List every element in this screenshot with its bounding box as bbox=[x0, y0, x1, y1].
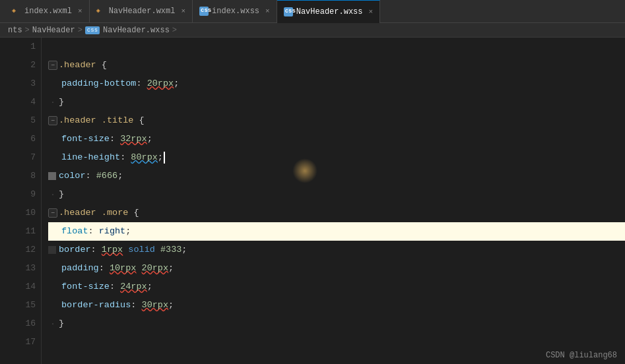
tab-close-btn[interactable]: × bbox=[78, 7, 82, 15]
breadcrumb-css: css bbox=[85, 26, 100, 34]
breadcrumb: nts > NavHeader > css NavHeader.wxss > bbox=[0, 23, 625, 38]
tab-index-wxss[interactable]: css index.wxss × bbox=[193, 0, 277, 23]
val-padding-v: 10rpx bbox=[110, 259, 137, 278]
selector-header-title: .header bbox=[59, 111, 96, 130]
arrow-cell bbox=[0, 38, 12, 56]
arrow-cell bbox=[0, 130, 12, 148]
val-font-size-2: 24rpx bbox=[120, 278, 147, 296]
val-border-width: 1rpx bbox=[102, 241, 123, 259]
line-num-6: 6 bbox=[30, 130, 36, 148]
code-line-6: font-size: 32rpx; bbox=[48, 130, 625, 148]
prop-padding-bottom: padding-bottom bbox=[61, 75, 136, 93]
arrow-cell bbox=[0, 222, 12, 241]
fold-btn-4[interactable]: · bbox=[48, 98, 57, 107]
tab-label: index.wxss bbox=[212, 7, 259, 16]
fold-btn-10[interactable]: − bbox=[48, 208, 57, 218]
breadcrumb-filename: NavHeader.wxss bbox=[103, 26, 170, 35]
code-line-7: line-height: 80rpx; bbox=[48, 148, 625, 167]
tab-label: NavHeader.wxml bbox=[109, 7, 176, 16]
wxss-icon: css bbox=[284, 7, 293, 16]
line-num-1: 1 bbox=[30, 38, 36, 56]
tab-index-wxml[interactable]: ◈ index.wxml × bbox=[5, 0, 90, 23]
code-line-1 bbox=[48, 38, 625, 56]
arrow-cell bbox=[0, 111, 12, 130]
arrow-cell bbox=[0, 241, 12, 259]
selector-header-more: .header bbox=[59, 204, 96, 222]
fold-btn-16[interactable]: · bbox=[48, 319, 57, 328]
arrow-cell bbox=[0, 315, 12, 333]
tab-label: NavHeader.wxss bbox=[296, 7, 363, 16]
line-num-7: 7 bbox=[30, 148, 36, 167]
code-line-16: ·} bbox=[48, 315, 625, 333]
wxml-icon: ◈ bbox=[12, 7, 21, 16]
line-num-3: 3 bbox=[30, 75, 36, 93]
arrow-cell bbox=[0, 185, 12, 204]
val-border-color: #333 bbox=[160, 241, 181, 259]
code-line-11: float: right; bbox=[48, 222, 625, 241]
line-num-2: 2 bbox=[30, 56, 36, 75]
val-border-style: solid bbox=[128, 241, 155, 259]
code-line-8: color: #666; bbox=[48, 167, 625, 185]
code-line-14: font-size: 24rpx; bbox=[48, 278, 625, 296]
wxml-icon: ◈ bbox=[96, 7, 106, 16]
tab-close-btn[interactable]: × bbox=[369, 8, 374, 16]
code-area[interactable]: −.header { padding-bottom: 20rpx; ·} −.h… bbox=[42, 38, 625, 364]
val-border-radius: 30rpx bbox=[142, 296, 169, 315]
arrow-cell bbox=[0, 93, 12, 111]
arrow-cell bbox=[0, 167, 12, 185]
tab-close-btn[interactable]: × bbox=[181, 7, 185, 15]
left-gutter bbox=[0, 38, 12, 364]
code-line-2: −.header { bbox=[48, 56, 625, 75]
val-line-height: 80rpx bbox=[131, 148, 158, 167]
prop-border-radius: border-radius bbox=[61, 296, 131, 315]
line-num-4: 4 bbox=[30, 93, 36, 111]
arrow-cell bbox=[0, 56, 12, 75]
code-line-9: ·} bbox=[48, 185, 625, 204]
tab-label: index.wxml bbox=[24, 7, 72, 16]
line-num-8: 8 bbox=[30, 167, 36, 185]
prop-float: float bbox=[61, 222, 88, 241]
tab-close-btn[interactable]: × bbox=[265, 7, 270, 15]
val-font-size: 32rpx bbox=[120, 130, 147, 148]
code-line-13: padding: 10rpx 20rpx; bbox=[48, 259, 625, 278]
prop-padding: padding bbox=[61, 259, 99, 278]
line-num-17: 17 bbox=[25, 333, 36, 351]
line-num-5: 5 bbox=[30, 111, 36, 130]
code-line-17 bbox=[48, 333, 625, 351]
prop-line-height: line-height bbox=[61, 148, 120, 167]
selector-header: .header bbox=[59, 56, 96, 75]
val-float: right bbox=[99, 222, 126, 241]
code-line-12: border: 1rpx solid #333; bbox=[48, 241, 625, 259]
arrow-cell bbox=[0, 278, 12, 296]
fold-btn-5[interactable]: − bbox=[48, 116, 57, 125]
val-color: #666 bbox=[96, 167, 117, 185]
line-numbers: 1 2 3 4 5 6 7 8 9 10 11 12 13 14 15 16 1… bbox=[12, 38, 42, 364]
line-num-14: 14 bbox=[25, 278, 36, 296]
line-num-10: 10 bbox=[25, 204, 36, 222]
fold-btn-9[interactable]: · bbox=[48, 190, 57, 199]
tab-navheader-wxml[interactable]: ◈ NavHeader.wxml × bbox=[90, 0, 193, 23]
arrow-cell bbox=[0, 296, 12, 315]
prop-border: border bbox=[59, 241, 91, 259]
arrow-cell bbox=[0, 75, 12, 93]
fold-btn-2[interactable]: − bbox=[48, 61, 57, 70]
line-num-12: 12 bbox=[25, 241, 36, 259]
prop-font-size: font-size bbox=[61, 130, 110, 148]
breadcrumb-navheader: NavHeader bbox=[32, 26, 75, 35]
editor: 1 2 3 4 5 6 7 8 9 10 11 12 13 14 15 16 1… bbox=[0, 38, 625, 364]
val-padding-bottom: 20rpx bbox=[147, 75, 174, 93]
code-line-4: ·} bbox=[48, 93, 625, 111]
wxss-icon: css bbox=[199, 7, 209, 16]
line-num-11: 11 bbox=[25, 222, 36, 241]
arrow-cell bbox=[0, 333, 12, 351]
tab-bar: ◈ index.wxml × ◈ NavHeader.wxml × css in… bbox=[0, 0, 625, 23]
val-padding-h: 20rpx bbox=[142, 259, 169, 278]
watermark: CSDN @liulang68 bbox=[546, 351, 617, 360]
line-num-15: 15 bbox=[25, 296, 36, 315]
arrow-cell bbox=[0, 259, 12, 278]
arrow-cell bbox=[0, 204, 12, 222]
code-line-3: padding-bottom: 20rpx; bbox=[48, 75, 625, 93]
color-swatch-12 bbox=[48, 246, 56, 254]
tab-navheader-wxss[interactable]: css NavHeader.wxss × bbox=[277, 0, 380, 23]
breadcrumb-nts: nts bbox=[8, 26, 22, 35]
